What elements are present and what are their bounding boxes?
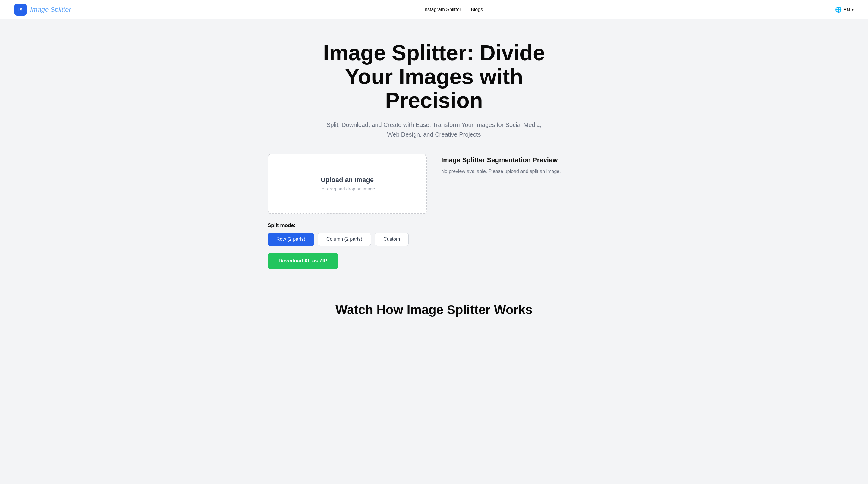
hero-section: Image Splitter: Divide Your Images with … [299, 19, 569, 154]
globe-icon: 🌐 [835, 6, 842, 13]
custom-button[interactable]: Custom [375, 233, 409, 246]
watch-section: Watch How Image Splitter Works [299, 288, 569, 332]
upload-title: Upload an Image [321, 176, 374, 184]
language-label: EN [844, 7, 850, 12]
instagram-splitter-link[interactable]: Instagram Splitter [424, 7, 461, 12]
upload-area[interactable]: Upload an Image ...or drag and drop an i… [268, 154, 427, 214]
preview-empty-text: No preview available. Please upload and … [441, 169, 600, 174]
hero-title: Image Splitter: Divide Your Images with … [306, 41, 562, 113]
hero-subtitle: Split, Download, and Create with Ease: T… [326, 120, 542, 139]
logo-text: Image Splitter [30, 6, 71, 13]
upload-subtitle: ...or drag and drop an image. [318, 186, 376, 191]
split-buttons: Row (2 parts) Column (2 parts) Custom [268, 233, 427, 246]
right-panel: Image Splitter Segmentation Preview No p… [441, 154, 600, 174]
language-selector[interactable]: 🌐 EN ▾ [835, 6, 854, 13]
tool-section: Upload an Image ...or drag and drop an i… [268, 154, 600, 269]
main-content: Upload an Image ...or drag and drop an i… [253, 154, 615, 288]
nav-logo-area: IS Image Splitter [14, 4, 71, 16]
watch-title: Watch How Image Splitter Works [306, 303, 562, 317]
split-mode-label: Split mode: [268, 222, 427, 229]
nav-links: Instagram Splitter Blogs [424, 7, 483, 12]
column-2-parts-button[interactable]: Column (2 parts) [318, 233, 371, 246]
logo-box: IS [14, 4, 27, 16]
blogs-link[interactable]: Blogs [471, 7, 483, 12]
logo-initials: IS [19, 7, 23, 12]
download-all-zip-button[interactable]: Download All as ZIP [268, 253, 338, 269]
left-panel: Upload an Image ...or drag and drop an i… [268, 154, 427, 269]
navbar: IS Image Splitter Instagram Splitter Blo… [0, 0, 868, 19]
preview-title: Image Splitter Segmentation Preview [441, 156, 600, 164]
chevron-down-icon: ▾ [852, 7, 854, 12]
row-2-parts-button[interactable]: Row (2 parts) [268, 233, 314, 246]
